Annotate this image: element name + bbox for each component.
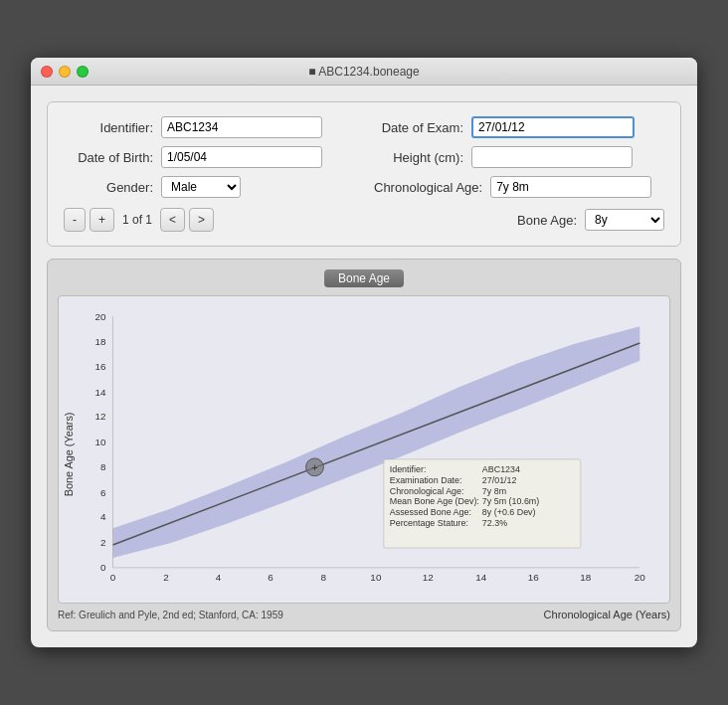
chron-age-row: Chronological Age: <box>374 176 664 198</box>
gender-select[interactable]: Male Female <box>161 176 241 198</box>
svg-text:18: 18 <box>95 336 107 347</box>
svg-text:14: 14 <box>475 572 487 583</box>
svg-text:0: 0 <box>110 572 116 583</box>
svg-text:4: 4 <box>100 511 106 522</box>
exam-date-label: Date of Exam: <box>374 120 463 135</box>
window-title: ■ ABC1234.boneage <box>308 65 419 79</box>
prev-button[interactable]: < <box>160 208 185 232</box>
svg-text:6: 6 <box>100 487 106 498</box>
svg-text:27/01/12: 27/01/12 <box>482 475 517 485</box>
chron-age-label: Chronological Age: <box>374 180 482 195</box>
svg-text:2: 2 <box>163 572 169 583</box>
titlebar: ■ ABC1234.boneage <box>31 58 697 86</box>
svg-text:Identifier:: Identifier: <box>390 464 427 474</box>
svg-text:20: 20 <box>635 572 646 583</box>
svg-text:Bone Age (Years): Bone Age (Years) <box>63 413 75 497</box>
svg-text:10: 10 <box>370 572 382 583</box>
minus-button[interactable]: - <box>64 208 86 232</box>
svg-text:12: 12 <box>95 411 106 422</box>
controls-row: - + 1 of 1 < > Bone Age: 8y 7y 9y <box>64 208 664 232</box>
x-axis-label: Chronological Age (Years) <box>544 609 670 620</box>
minimize-button[interactable] <box>59 66 71 78</box>
svg-text:8: 8 <box>321 572 327 583</box>
svg-text:Mean Bone Age (Dev):: Mean Bone Age (Dev): <box>390 496 479 506</box>
chart-footer: Ref: Greulich and Pyle, 2nd ed; Stanford… <box>58 606 670 620</box>
svg-text:Chronological Age:: Chronological Age: <box>390 486 464 496</box>
height-label: Height (cm): <box>374 150 463 165</box>
titlebar-buttons <box>41 66 89 78</box>
gender-row: Gender: Male Female <box>64 176 354 198</box>
identifier-label: Identifier: <box>64 120 153 135</box>
dob-input[interactable] <box>161 146 322 168</box>
chart-title-bar: Bone Age <box>58 269 670 287</box>
chart-reference: Ref: Greulich and Pyle, 2nd ed; Stanford… <box>58 610 283 620</box>
bone-age-select[interactable]: 8y 7y 9y <box>585 209 664 231</box>
plus-button[interactable]: + <box>90 208 114 232</box>
svg-text:ABC1234: ABC1234 <box>482 464 520 474</box>
nav-controls: - + 1 of 1 < > <box>64 208 214 232</box>
main-content: Identifier: Date of Birth: Gender: Male … <box>31 86 697 647</box>
form-section: Identifier: Date of Birth: Gender: Male … <box>47 101 681 247</box>
maximize-button[interactable] <box>77 66 89 78</box>
svg-text:8: 8 <box>100 461 106 472</box>
identifier-input[interactable] <box>161 116 322 138</box>
exam-date-row: Date of Exam: <box>374 116 664 138</box>
gender-label: Gender: <box>64 180 153 195</box>
svg-text:0: 0 <box>100 562 106 573</box>
left-column: Identifier: Date of Birth: Gender: Male … <box>64 116 354 198</box>
form-grid: Identifier: Date of Birth: Gender: Male … <box>64 116 664 198</box>
svg-text:16: 16 <box>95 361 107 372</box>
identifier-row: Identifier: <box>64 116 354 138</box>
svg-text:20: 20 <box>95 311 107 322</box>
svg-text:12: 12 <box>423 572 434 583</box>
bone-age-label: Bone Age: <box>487 213 577 228</box>
close-button[interactable] <box>41 66 53 78</box>
bone-age-row: Bone Age: 8y 7y 9y <box>487 209 664 231</box>
bone-age-chart: Bone Age (Years) 0 <box>59 296 669 603</box>
svg-text:+: + <box>311 461 317 473</box>
height-row: Height (cm): <box>374 146 664 168</box>
chart-area: Bone Age (Years) 0 <box>58 295 670 604</box>
dob-row: Date of Birth: <box>64 146 354 168</box>
svg-text:6: 6 <box>268 572 273 583</box>
svg-text:72.3%: 72.3% <box>482 518 507 528</box>
svg-text:8y (+0.6 Dev): 8y (+0.6 Dev) <box>482 507 536 517</box>
height-input[interactable] <box>471 146 633 168</box>
chart-section: Bone Age Bone Age (Years) <box>47 259 681 631</box>
svg-text:Assessed Bone Age:: Assessed Bone Age: <box>390 507 471 517</box>
svg-text:2: 2 <box>100 537 106 548</box>
app-window: ■ ABC1234.boneage Identifier: Date of Bi… <box>31 58 697 647</box>
svg-text:10: 10 <box>95 437 107 447</box>
svg-text:14: 14 <box>95 387 107 398</box>
chart-title-button[interactable]: Bone Age <box>324 269 404 287</box>
right-column: Date of Exam: Height (cm): Chronological… <box>374 116 664 198</box>
exam-date-input[interactable] <box>471 116 635 138</box>
svg-text:7y 8m: 7y 8m <box>482 486 506 496</box>
svg-text:7y 5m (10.6m): 7y 5m (10.6m) <box>482 496 539 506</box>
svg-text:Percentage Stature:: Percentage Stature: <box>390 518 468 528</box>
page-info: 1 of 1 <box>122 213 152 227</box>
svg-text:4: 4 <box>216 572 222 583</box>
svg-text:18: 18 <box>580 572 592 583</box>
next-button[interactable]: > <box>189 208 214 232</box>
svg-text:16: 16 <box>528 572 540 583</box>
chron-age-input[interactable] <box>490 176 651 198</box>
dob-label: Date of Birth: <box>64 150 153 165</box>
svg-text:Examination Date:: Examination Date: <box>390 475 462 485</box>
